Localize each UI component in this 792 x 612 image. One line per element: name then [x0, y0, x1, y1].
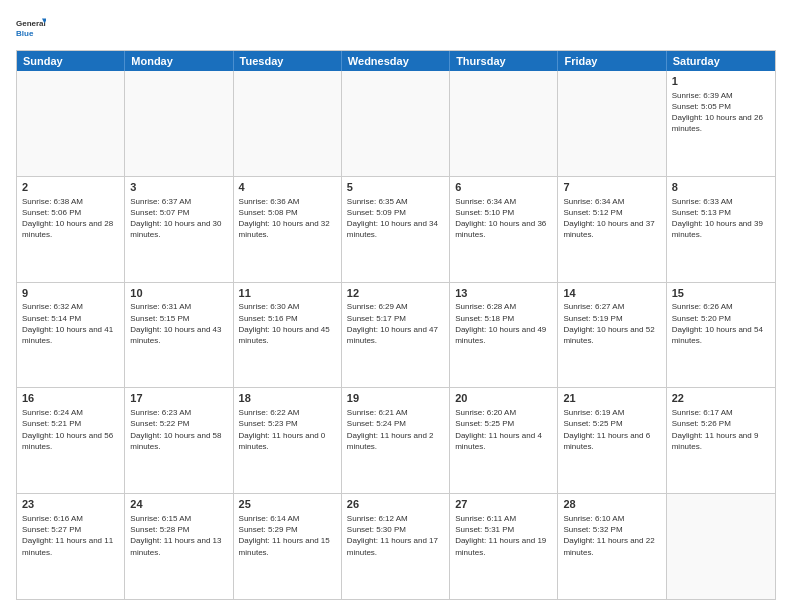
- day-info: Sunrise: 6:16 AM Sunset: 5:27 PM Dayligh…: [22, 513, 119, 558]
- cal-cell-21: 21Sunrise: 6:19 AM Sunset: 5:25 PM Dayli…: [558, 388, 666, 493]
- cal-cell-9: 9Sunrise: 6:32 AM Sunset: 5:14 PM Daylig…: [17, 283, 125, 388]
- day-number: 13: [455, 286, 552, 301]
- day-info: Sunrise: 6:10 AM Sunset: 5:32 PM Dayligh…: [563, 513, 660, 558]
- day-number: 3: [130, 180, 227, 195]
- cal-cell-18: 18Sunrise: 6:22 AM Sunset: 5:23 PM Dayli…: [234, 388, 342, 493]
- day-number: 19: [347, 391, 444, 406]
- calendar-body: 1Sunrise: 6:39 AM Sunset: 5:05 PM Daylig…: [17, 71, 775, 599]
- day-number: 21: [563, 391, 660, 406]
- cal-cell-24: 24Sunrise: 6:15 AM Sunset: 5:28 PM Dayli…: [125, 494, 233, 599]
- cal-cell-11: 11Sunrise: 6:30 AM Sunset: 5:16 PM Dayli…: [234, 283, 342, 388]
- day-number: 11: [239, 286, 336, 301]
- logo-svg: General Blue: [16, 12, 46, 42]
- day-info: Sunrise: 6:24 AM Sunset: 5:21 PM Dayligh…: [22, 407, 119, 452]
- cal-cell-1: 1Sunrise: 6:39 AM Sunset: 5:05 PM Daylig…: [667, 71, 775, 176]
- day-number: 12: [347, 286, 444, 301]
- day-info: Sunrise: 6:37 AM Sunset: 5:07 PM Dayligh…: [130, 196, 227, 241]
- header-thursday: Thursday: [450, 51, 558, 71]
- cal-cell-6: 6Sunrise: 6:34 AM Sunset: 5:10 PM Daylig…: [450, 177, 558, 282]
- day-info: Sunrise: 6:27 AM Sunset: 5:19 PM Dayligh…: [563, 301, 660, 346]
- day-info: Sunrise: 6:34 AM Sunset: 5:12 PM Dayligh…: [563, 196, 660, 241]
- day-number: 18: [239, 391, 336, 406]
- calendar-header: SundayMondayTuesdayWednesdayThursdayFrid…: [17, 51, 775, 71]
- day-number: 6: [455, 180, 552, 195]
- day-info: Sunrise: 6:26 AM Sunset: 5:20 PM Dayligh…: [672, 301, 770, 346]
- svg-text:Blue: Blue: [16, 29, 34, 38]
- cal-cell-4: 4Sunrise: 6:36 AM Sunset: 5:08 PM Daylig…: [234, 177, 342, 282]
- day-info: Sunrise: 6:15 AM Sunset: 5:28 PM Dayligh…: [130, 513, 227, 558]
- day-number: 22: [672, 391, 770, 406]
- header-tuesday: Tuesday: [234, 51, 342, 71]
- day-info: Sunrise: 6:33 AM Sunset: 5:13 PM Dayligh…: [672, 196, 770, 241]
- day-number: 8: [672, 180, 770, 195]
- day-number: 25: [239, 497, 336, 512]
- day-number: 2: [22, 180, 119, 195]
- cal-cell-empty-0-4: [450, 71, 558, 176]
- cal-cell-8: 8Sunrise: 6:33 AM Sunset: 5:13 PM Daylig…: [667, 177, 775, 282]
- day-info: Sunrise: 6:17 AM Sunset: 5:26 PM Dayligh…: [672, 407, 770, 452]
- day-info: Sunrise: 6:23 AM Sunset: 5:22 PM Dayligh…: [130, 407, 227, 452]
- cal-cell-5: 5Sunrise: 6:35 AM Sunset: 5:09 PM Daylig…: [342, 177, 450, 282]
- cal-cell-19: 19Sunrise: 6:21 AM Sunset: 5:24 PM Dayli…: [342, 388, 450, 493]
- day-info: Sunrise: 6:11 AM Sunset: 5:31 PM Dayligh…: [455, 513, 552, 558]
- day-info: Sunrise: 6:38 AM Sunset: 5:06 PM Dayligh…: [22, 196, 119, 241]
- cal-cell-empty-0-2: [234, 71, 342, 176]
- day-number: 10: [130, 286, 227, 301]
- day-info: Sunrise: 6:35 AM Sunset: 5:09 PM Dayligh…: [347, 196, 444, 241]
- day-info: Sunrise: 6:36 AM Sunset: 5:08 PM Dayligh…: [239, 196, 336, 241]
- cal-cell-22: 22Sunrise: 6:17 AM Sunset: 5:26 PM Dayli…: [667, 388, 775, 493]
- day-number: 15: [672, 286, 770, 301]
- day-info: Sunrise: 6:21 AM Sunset: 5:24 PM Dayligh…: [347, 407, 444, 452]
- day-number: 4: [239, 180, 336, 195]
- cal-row-3: 9Sunrise: 6:32 AM Sunset: 5:14 PM Daylig…: [17, 283, 775, 389]
- cal-row-1: 1Sunrise: 6:39 AM Sunset: 5:05 PM Daylig…: [17, 71, 775, 177]
- cal-cell-28: 28Sunrise: 6:10 AM Sunset: 5:32 PM Dayli…: [558, 494, 666, 599]
- cal-cell-23: 23Sunrise: 6:16 AM Sunset: 5:27 PM Dayli…: [17, 494, 125, 599]
- day-info: Sunrise: 6:28 AM Sunset: 5:18 PM Dayligh…: [455, 301, 552, 346]
- day-number: 23: [22, 497, 119, 512]
- day-info: Sunrise: 6:22 AM Sunset: 5:23 PM Dayligh…: [239, 407, 336, 452]
- day-info: Sunrise: 6:32 AM Sunset: 5:14 PM Dayligh…: [22, 301, 119, 346]
- cal-cell-26: 26Sunrise: 6:12 AM Sunset: 5:30 PM Dayli…: [342, 494, 450, 599]
- header-wednesday: Wednesday: [342, 51, 450, 71]
- day-info: Sunrise: 6:34 AM Sunset: 5:10 PM Dayligh…: [455, 196, 552, 241]
- cal-cell-13: 13Sunrise: 6:28 AM Sunset: 5:18 PM Dayli…: [450, 283, 558, 388]
- day-info: Sunrise: 6:30 AM Sunset: 5:16 PM Dayligh…: [239, 301, 336, 346]
- cal-cell-empty-4-6: [667, 494, 775, 599]
- day-info: Sunrise: 6:31 AM Sunset: 5:15 PM Dayligh…: [130, 301, 227, 346]
- day-number: 14: [563, 286, 660, 301]
- cal-cell-empty-0-3: [342, 71, 450, 176]
- day-number: 27: [455, 497, 552, 512]
- logo: General Blue: [16, 12, 46, 42]
- day-number: 7: [563, 180, 660, 195]
- day-number: 20: [455, 391, 552, 406]
- day-info: Sunrise: 6:14 AM Sunset: 5:29 PM Dayligh…: [239, 513, 336, 558]
- day-number: 5: [347, 180, 444, 195]
- day-number: 9: [22, 286, 119, 301]
- cal-cell-14: 14Sunrise: 6:27 AM Sunset: 5:19 PM Dayli…: [558, 283, 666, 388]
- cal-cell-empty-0-0: [17, 71, 125, 176]
- cal-cell-20: 20Sunrise: 6:20 AM Sunset: 5:25 PM Dayli…: [450, 388, 558, 493]
- cal-cell-3: 3Sunrise: 6:37 AM Sunset: 5:07 PM Daylig…: [125, 177, 233, 282]
- day-info: Sunrise: 6:29 AM Sunset: 5:17 PM Dayligh…: [347, 301, 444, 346]
- cal-cell-empty-0-5: [558, 71, 666, 176]
- header-saturday: Saturday: [667, 51, 775, 71]
- day-info: Sunrise: 6:19 AM Sunset: 5:25 PM Dayligh…: [563, 407, 660, 452]
- cal-cell-10: 10Sunrise: 6:31 AM Sunset: 5:15 PM Dayli…: [125, 283, 233, 388]
- day-number: 17: [130, 391, 227, 406]
- day-number: 28: [563, 497, 660, 512]
- header-friday: Friday: [558, 51, 666, 71]
- day-number: 16: [22, 391, 119, 406]
- cal-cell-7: 7Sunrise: 6:34 AM Sunset: 5:12 PM Daylig…: [558, 177, 666, 282]
- day-info: Sunrise: 6:20 AM Sunset: 5:25 PM Dayligh…: [455, 407, 552, 452]
- cal-cell-25: 25Sunrise: 6:14 AM Sunset: 5:29 PM Dayli…: [234, 494, 342, 599]
- cal-cell-17: 17Sunrise: 6:23 AM Sunset: 5:22 PM Dayli…: [125, 388, 233, 493]
- cal-cell-empty-0-1: [125, 71, 233, 176]
- cal-cell-2: 2Sunrise: 6:38 AM Sunset: 5:06 PM Daylig…: [17, 177, 125, 282]
- cal-row-5: 23Sunrise: 6:16 AM Sunset: 5:27 PM Dayli…: [17, 494, 775, 599]
- calendar: SundayMondayTuesdayWednesdayThursdayFrid…: [16, 50, 776, 600]
- header-monday: Monday: [125, 51, 233, 71]
- cal-cell-15: 15Sunrise: 6:26 AM Sunset: 5:20 PM Dayli…: [667, 283, 775, 388]
- cal-cell-12: 12Sunrise: 6:29 AM Sunset: 5:17 PM Dayli…: [342, 283, 450, 388]
- header-sunday: Sunday: [17, 51, 125, 71]
